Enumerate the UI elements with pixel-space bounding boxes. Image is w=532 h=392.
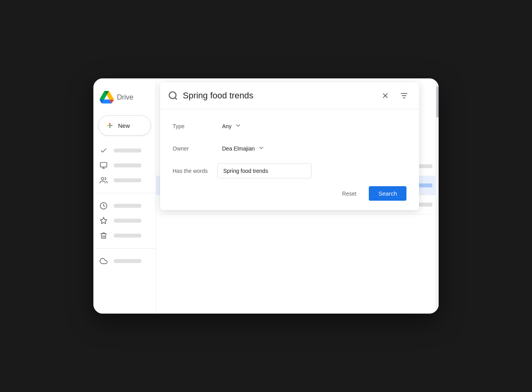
search-panel: Spring food trends — [160, 82, 419, 210]
type-filter-value: Any — [222, 123, 231, 129]
has-words-filter-label: Has the words — [173, 168, 208, 174]
check-icon — [100, 147, 107, 154]
search-button[interactable]: Search — [369, 186, 406, 201]
sidebar-item-shared[interactable] — [93, 173, 151, 187]
plus-icon — [106, 121, 114, 130]
sidebar-divider — [93, 193, 156, 193]
sidebar-item-label — [114, 163, 141, 167]
svg-rect-6 — [100, 163, 107, 167]
sidebar-item-trash[interactable] — [93, 229, 151, 243]
app-title: Drive — [117, 93, 133, 102]
search-header: Spring food trends — [160, 82, 419, 109]
svg-point-9 — [101, 178, 104, 180]
sidebar-item-label — [114, 178, 141, 182]
sidebar-item-label — [114, 204, 141, 208]
search-actions: Reset Search — [173, 186, 406, 201]
type-dropdown-arrow-icon — [235, 122, 242, 130]
search-icon — [168, 91, 178, 101]
has-words-input[interactable] — [217, 163, 312, 178]
reset-button[interactable]: Reset — [336, 187, 363, 201]
sidebar-nav — [93, 143, 156, 268]
has-words-filter-row: Has the words — [173, 163, 406, 178]
type-filter-select[interactable]: Any — [217, 119, 246, 133]
sidebar-item-label — [114, 149, 141, 152]
main-content: Spring food trends — [156, 78, 439, 314]
owner-filter-value: Dea Elmajian — [222, 145, 255, 152]
trash-icon — [100, 232, 107, 240]
monitor-icon — [100, 162, 107, 169]
scrollbar-track — [435, 78, 439, 314]
sidebar-item-storage[interactable] — [93, 254, 151, 268]
owner-filter-row: Owner Dea Elmajian — [173, 141, 406, 156]
drive-logo-icon — [100, 90, 114, 104]
sidebar: Drive New — [93, 78, 156, 314]
sidebar-item-label — [114, 219, 141, 223]
cloud-icon — [100, 257, 107, 265]
sidebar-item-computers[interactable] — [93, 158, 151, 172]
svg-marker-11 — [100, 218, 107, 224]
sidebar-item-recent[interactable] — [93, 199, 151, 213]
sidebar-item-label — [114, 234, 141, 238]
svg-rect-5 — [110, 125, 112, 126]
svg-rect-4 — [107, 125, 110, 126]
sidebar-item-label — [114, 259, 141, 263]
type-filter-label: Type — [173, 123, 208, 129]
svg-rect-3 — [109, 125, 110, 128]
svg-line-13 — [175, 98, 177, 100]
search-filter-button[interactable] — [397, 89, 411, 103]
scrollbar-thumb[interactable] — [436, 86, 439, 118]
owner-filter-select[interactable]: Dea Elmajian — [217, 141, 270, 156]
type-filter-row: Type Any — [173, 119, 406, 133]
search-body: Type Any Owner Dea Elmajian — [160, 109, 419, 210]
new-button-label: New — [118, 122, 130, 129]
app-window: Drive New — [93, 78, 439, 314]
sidebar-header: Drive — [93, 86, 156, 112]
owner-dropdown-arrow-icon — [258, 144, 265, 152]
new-button[interactable]: New — [98, 115, 151, 136]
owner-filter-label: Owner — [173, 145, 208, 152]
svg-point-12 — [169, 92, 176, 98]
svg-rect-2 — [109, 123, 110, 125]
sidebar-divider — [93, 248, 156, 249]
search-close-button[interactable] — [378, 89, 392, 103]
shared-icon — [100, 176, 107, 184]
sidebar-item-my-drive[interactable] — [93, 143, 151, 158]
search-query-text: Spring food trends — [183, 91, 373, 101]
sidebar-item-starred[interactable] — [93, 214, 151, 228]
clock-icon — [100, 202, 107, 210]
star-icon — [100, 217, 107, 225]
